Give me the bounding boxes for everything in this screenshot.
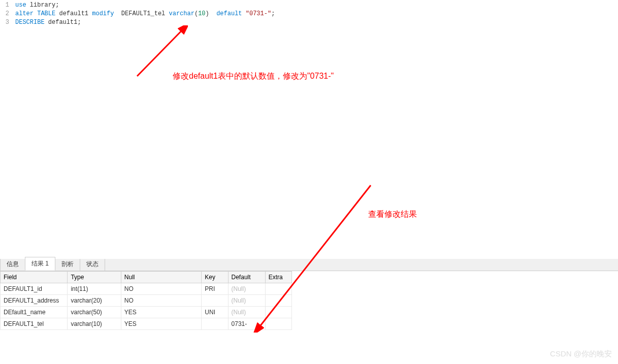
table-cell[interactable] xyxy=(265,318,291,330)
table-cell[interactable]: DEFAULT1_address xyxy=(1,295,68,307)
table-cell[interactable]: int(11) xyxy=(68,283,121,295)
table-row[interactable]: DEfault1_namevarchar(50)YESUNI(Null) xyxy=(1,307,292,318)
svg-line-0 xyxy=(137,29,183,76)
sql-editor[interactable]: 1use library;2alter TABLE default1 modif… xyxy=(0,0,618,259)
table-cell[interactable] xyxy=(202,295,228,307)
table-row[interactable]: DEFAULT1_addressvarchar(20)NO(Null) xyxy=(1,295,292,307)
table-cell[interactable] xyxy=(265,283,291,295)
table-cell[interactable]: UNI xyxy=(202,307,228,318)
line-number: 2 xyxy=(0,10,15,18)
column-header-null[interactable]: Null xyxy=(121,272,202,283)
watermark: CSDN @你的晚安 xyxy=(550,349,612,359)
table-cell[interactable]: (Null) xyxy=(228,295,265,307)
line-number: 1 xyxy=(0,1,15,10)
table-cell[interactable]: NO xyxy=(121,283,202,295)
tab-状态[interactable]: 状态 xyxy=(80,257,105,271)
table-cell[interactable]: (Null) xyxy=(228,307,265,318)
code-content[interactable]: DESCRIBE default1; xyxy=(15,18,81,27)
table-cell[interactable]: varchar(20) xyxy=(68,295,121,307)
table-cell[interactable]: (Null) xyxy=(228,283,265,295)
table-cell[interactable]: varchar(50) xyxy=(68,307,121,318)
column-header-default[interactable]: Default xyxy=(228,272,265,283)
results-table[interactable]: FieldTypeNullKeyDefaultExtra DEFAULT1_id… xyxy=(0,271,292,330)
results-panel: FieldTypeNullKeyDefaultExtra DEFAULT1_id… xyxy=(0,271,618,330)
table-cell[interactable] xyxy=(265,295,291,307)
tab-信息[interactable]: 信息 xyxy=(0,257,25,271)
table-cell[interactable]: DEFAULT1_tel xyxy=(1,318,68,330)
code-line[interactable]: 1use library; xyxy=(0,1,618,10)
table-cell[interactable]: 0731- xyxy=(228,318,265,330)
annotation-text-1: 修改default1表中的默认数值，修改为"0731-" xyxy=(173,71,334,82)
code-content[interactable]: use library; xyxy=(15,1,59,10)
annotation-text-2: 查看修改结果 xyxy=(368,209,417,220)
table-cell[interactable]: PRI xyxy=(202,283,228,295)
code-line[interactable]: 3DESCRIBE default1; xyxy=(0,18,618,27)
code-line[interactable]: 2alter TABLE default1 modify DEFAULT1_te… xyxy=(0,10,618,18)
line-number: 3 xyxy=(0,18,15,27)
table-cell[interactable] xyxy=(202,318,228,330)
table-row[interactable]: DEFAULT1_telvarchar(10)YES0731- xyxy=(1,318,292,330)
table-cell[interactable]: YES xyxy=(121,307,202,318)
tab-剖析[interactable]: 剖析 xyxy=(55,257,80,271)
results-tabs: 信息结果 1剖析状态 xyxy=(0,259,618,271)
column-header-extra[interactable]: Extra xyxy=(265,272,291,283)
column-header-type[interactable]: Type xyxy=(68,272,121,283)
column-header-key[interactable]: Key xyxy=(202,272,228,283)
table-cell[interactable] xyxy=(265,307,291,318)
table-cell[interactable]: NO xyxy=(121,295,202,307)
table-row[interactable]: DEFAULT1_idint(11)NOPRI(Null) xyxy=(1,283,292,295)
code-content[interactable]: alter TABLE default1 modify DEFAULT1_tel… xyxy=(15,10,275,18)
column-header-field[interactable]: Field xyxy=(1,272,68,283)
table-cell[interactable]: DEFAULT1_id xyxy=(1,283,68,295)
table-cell[interactable]: DEfault1_name xyxy=(1,307,68,318)
table-cell[interactable]: YES xyxy=(121,318,202,330)
tab-结果 1[interactable]: 结果 1 xyxy=(25,257,55,271)
table-cell[interactable]: varchar(10) xyxy=(68,318,121,330)
